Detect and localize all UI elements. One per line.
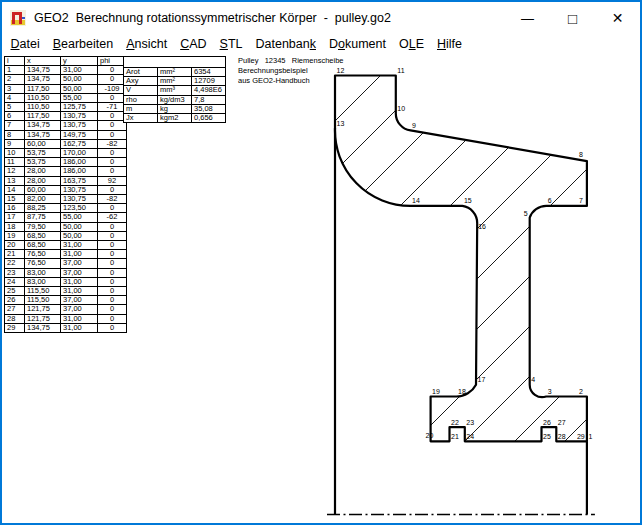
menu-bar: DateiBearbeitenAnsichtCADSTLDatenbankDok… <box>2 34 640 54</box>
point-label: 5 <box>524 210 528 217</box>
menu-item-ole[interactable]: OLE <box>392 36 430 53</box>
point-label: 28 <box>558 433 566 440</box>
point-label: 19 <box>432 388 440 395</box>
title-bar: GEO2 Berechnung rotationssymmetrischer K… <box>2 2 640 34</box>
point-label: 13 <box>337 120 345 127</box>
point-label: 4 <box>531 376 535 383</box>
menu-item-hilfe[interactable]: Hilfe <box>430 36 468 53</box>
menu-item-bearbeiten[interactable]: Bearbeiten <box>46 36 119 53</box>
point-label: 12 <box>337 67 345 74</box>
point-label: 7 <box>579 197 583 204</box>
point-label: 23 <box>466 419 474 426</box>
point-label: 16 <box>478 223 486 230</box>
point-label: 3 <box>548 388 552 395</box>
point-label: 2 <box>579 388 583 395</box>
app-icon[interactable] <box>10 10 26 26</box>
point-label: 8 <box>579 151 583 158</box>
point-label: 21 <box>451 433 459 440</box>
point-label: 24 <box>466 433 474 440</box>
menu-item-datei[interactable]: Datei <box>4 36 46 53</box>
app-window: GEO2 Berechnung rotationssymmetrischer K… <box>0 0 642 525</box>
point-label: 20 <box>426 432 434 439</box>
point-label: 1 <box>588 433 592 440</box>
point-label: 14 <box>412 197 420 204</box>
window-title: GEO2 Berechnung rotationssymmetrischer K… <box>34 11 505 25</box>
point-label: 26 <box>543 419 551 426</box>
drawing-canvas[interactable]: 1234567891011121314151617181920212223242… <box>2 54 640 523</box>
menu-item-stl[interactable]: STL <box>213 36 249 53</box>
menu-item-dokument[interactable]: Dokument <box>322 36 392 53</box>
point-label: 29 <box>577 433 585 440</box>
menu-item-datenbank[interactable]: Datenbank <box>249 36 322 53</box>
maximize-button[interactable]: □ <box>550 2 595 34</box>
point-label: 11 <box>397 67 404 74</box>
point-label: 25 <box>543 433 551 440</box>
point-label: 18 <box>458 388 466 395</box>
point-label: 22 <box>451 419 459 426</box>
point-label: 10 <box>397 105 405 112</box>
point-label: 27 <box>558 419 566 426</box>
point-label: 15 <box>464 197 472 204</box>
point-label: 6 <box>548 197 552 204</box>
menu-item-cad[interactable]: CAD <box>174 36 213 53</box>
client-area: ixyphi1134,7531,0002134,7550,0003117,505… <box>2 54 640 523</box>
menu-item-ansicht[interactable]: Ansicht <box>120 36 174 53</box>
point-label: 9 <box>412 122 416 129</box>
minimize-button[interactable]: — <box>505 2 550 34</box>
point-label: 17 <box>478 376 486 383</box>
close-button[interactable]: ✕ <box>595 2 640 34</box>
pulley-profile[interactable] <box>335 76 587 442</box>
